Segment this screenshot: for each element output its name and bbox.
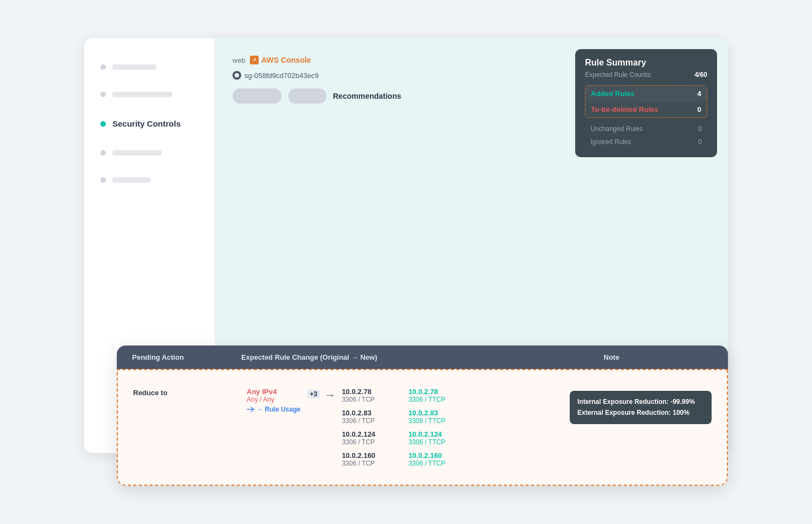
ignored-rules-row: Ignored Rules 0 — [587, 135, 705, 148]
sidebar-dot-2 — [100, 92, 106, 97]
table-body: Reduce to Any IPv4 Any / Any → Rule Usag… — [117, 369, 728, 486]
sidebar-item-5[interactable] — [95, 173, 204, 187]
sg-id-text: sg-058fd9cd702b43ec9 — [244, 72, 319, 80]
web-label: web — [232, 56, 246, 64]
rule-usage-link[interactable]: → Rule Usage — [247, 406, 301, 413]
arrow-col: +3 → — [307, 388, 336, 401]
new-ip-2: 10.0.2.83 3306 / TTCP — [408, 409, 468, 425]
sidebar-item-2[interactable] — [95, 87, 204, 102]
rule-summary-expected-row: Expected Rule Counts: 4/60 — [585, 71, 707, 79]
ignored-count: 0 — [698, 138, 702, 146]
tab-recommendations[interactable]: Recommendations — [333, 92, 401, 100]
arrow-icon: → — [324, 389, 335, 401]
header-note: Note — [604, 353, 713, 361]
added-rules-row: Added Rules 4 — [586, 86, 707, 102]
aws-console-link[interactable]: ↗ AWS Console — [250, 56, 311, 64]
deleted-rules-count: 0 — [697, 105, 701, 114]
sidebar-skeleton-1 — [112, 64, 156, 70]
unchanged-label: Unchanged Rules — [590, 125, 642, 133]
sg-icon: i — [232, 71, 241, 80]
header-pending-action: Pending Action — [132, 353, 241, 361]
tab-skeleton-2[interactable] — [288, 88, 326, 104]
ignored-label: Ignored Rules — [590, 138, 631, 146]
deleted-rules-row: To-be-deleted Rules 0 — [586, 102, 707, 117]
added-rules-count: 4 — [697, 90, 701, 98]
static-ip-1: 10.0.2.78 3306 / TCP — [342, 388, 402, 403]
table-card: Pending Action Expected Rule Change (Ori… — [117, 346, 728, 486]
added-rules-label: Added Rules — [591, 90, 634, 98]
exposure-tooltip: Internal Exposure Reduction: -99.99% Ext… — [570, 391, 712, 424]
rule-summary-title: Rule Summary — [585, 58, 707, 68]
rule-summary-items: Added Rules 4 To-be-deleted Rules 0 — [585, 85, 707, 118]
unchanged-rules-row: Unchanged Rules 0 — [587, 122, 705, 135]
external-exposure-text: External Exposure Reduction: 100% — [577, 407, 704, 418]
sidebar-item-security-controls[interactable]: Security Controls — [95, 115, 204, 133]
static-ip-3: 10.0.2.124 3306 / TCP — [342, 430, 402, 446]
static-ip-2: 10.0.2.83 3306 / TCP — [342, 409, 402, 425]
new-ip-3: 10.0.2.124 3306 / TTCP — [408, 430, 468, 446]
aws-console-label: AWS Console — [261, 56, 311, 64]
static-ip-4: 10.0.2.160 3306 / TCP — [342, 451, 402, 467]
deleted-rules-label: To-be-deleted Rules — [591, 105, 658, 114]
sidebar-item-4[interactable] — [95, 146, 204, 160]
sidebar-skeleton-5 — [112, 177, 151, 183]
expected-label: Expected Rule Counts: — [585, 71, 652, 79]
aws-icon: ↗ — [250, 56, 259, 64]
internal-exposure-text: Internal Exposure Reduction: -99.99% — [577, 396, 704, 407]
original-ip: Any IPv4 — [247, 388, 301, 396]
sidebar-item-1[interactable] — [95, 60, 204, 74]
sidebar-security-controls-label: Security Controls — [112, 119, 181, 128]
rule-summary-secondary: Unchanged Rules 0 Ignored Rules 0 — [585, 122, 707, 148]
sidebar-skeleton-4 — [112, 150, 162, 156]
table-row-group-1: Reduce to Any IPv4 Any / Any → Rule Usag… — [133, 379, 712, 476]
sidebar-skeleton-2 — [112, 92, 172, 97]
reduce-to-label: Reduce to — [133, 389, 168, 397]
rule-usage-label: → Rule Usage — [256, 406, 301, 413]
rule-change-cell: Any IPv4 Any / Any → Rule Usage +3 → — [247, 388, 565, 467]
new-ip-4: 10.0.2.160 3306 / TTCP — [408, 451, 468, 467]
sidebar-dot-4 — [100, 150, 106, 156]
sidebar-dot-1 — [100, 64, 106, 70]
note-cell: Internal Exposure Reduction: -99.99% Ext… — [570, 388, 712, 424]
table-header: Pending Action Expected Rule Change (Ori… — [117, 346, 728, 369]
original-port: Any / Any — [247, 396, 301, 403]
header-expected-rule-change: Expected Rule Change (Original → New) — [241, 353, 604, 361]
new-ips-col: 10.0.2.78 3306 / TTCP 10.0.2.83 3306 / T… — [408, 388, 468, 467]
pending-action-cell: Reduce to — [133, 388, 242, 397]
new-ip-1: 10.0.2.78 3306 / TTCP — [408, 388, 468, 403]
static-ips-col: 10.0.2.78 3306 / TCP 10.0.2.83 3306 / TC… — [342, 388, 402, 467]
plus-badge: +3 — [307, 390, 320, 398]
rule-summary-card: Rule Summary Expected Rule Counts: 4/60 … — [575, 49, 717, 157]
sidebar-dot-active — [100, 121, 106, 127]
tab-skeleton-1[interactable] — [232, 88, 282, 104]
expected-count: 4/60 — [695, 71, 707, 79]
sidebar-dot-5 — [100, 177, 106, 183]
original-rules-col: Any IPv4 Any / Any → Rule Usage — [247, 388, 301, 413]
unchanged-count: 0 — [698, 125, 702, 133]
